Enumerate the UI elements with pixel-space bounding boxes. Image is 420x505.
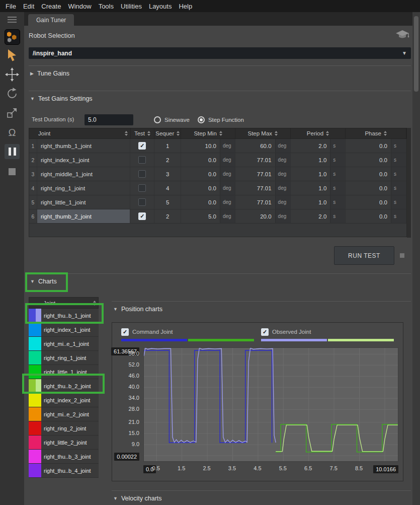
joint-name-cell[interactable]: right_middle_1_joint xyxy=(37,167,131,181)
sequence-cell[interactable]: 4 xyxy=(154,181,181,195)
step-max-cell[interactable]: 77.01deg xyxy=(235,153,291,167)
step-max-cell[interactable]: 77.01deg xyxy=(235,195,291,209)
audio-icon[interactable]: Ω xyxy=(0,126,24,139)
column-header-period[interactable]: Period xyxy=(291,128,346,138)
phase-cell[interactable]: 0.0s xyxy=(346,167,406,181)
phase-cell[interactable]: 0.0s xyxy=(346,209,406,223)
joint-list-item[interactable]: right_mi..e_1_joint xyxy=(29,337,99,351)
rotate-tool-icon[interactable] xyxy=(0,87,24,100)
table-row[interactable]: 4right_ring_1_joint40.0deg77.01deg1.0s0.… xyxy=(29,181,406,195)
menu-item-utilities[interactable]: Utilities xyxy=(117,3,145,10)
menu-item-create[interactable]: Create xyxy=(38,3,64,10)
table-row[interactable]: 1right_thumb_1_joint✓110.0deg60.0deg2.0s… xyxy=(29,139,406,153)
joint-list-item[interactable]: right_mi..e_2_joint xyxy=(29,407,99,421)
scrollbar-thumb[interactable] xyxy=(414,16,418,92)
joint-name-cell[interactable]: right_thumb_2_joint xyxy=(37,209,131,223)
menu-item-help[interactable]: Help xyxy=(175,3,196,10)
column-header-phase[interactable]: Phase xyxy=(346,128,406,138)
radio-sinewave[interactable]: Sinewave xyxy=(154,116,190,123)
joint-name-cell[interactable]: right_index_1_joint xyxy=(37,153,131,167)
radio-step-function[interactable]: Step Function xyxy=(198,116,244,123)
table-row[interactable]: 3right_middle_1_joint30.0deg77.01deg1.0s… xyxy=(29,167,406,181)
period-cell[interactable]: 2.0s xyxy=(291,139,346,153)
period-cell[interactable]: 1.0s xyxy=(291,195,346,209)
period-cell[interactable]: 2.0s xyxy=(291,209,346,223)
section-position-charts[interactable]: ▼ Position charts xyxy=(112,301,411,316)
column-header-sequer[interactable]: Sequer xyxy=(154,128,181,138)
joint-name-cell[interactable]: right_ring_1_joint xyxy=(37,181,131,195)
move-tool-icon[interactable] xyxy=(0,67,24,82)
section-charts[interactable]: ▼ Charts xyxy=(29,273,411,288)
resize-handle[interactable] xyxy=(400,253,404,258)
joint-list-item[interactable]: right_thu..b_4_joint xyxy=(29,464,99,478)
tab-gain-tuner[interactable]: Gain Tuner xyxy=(28,14,74,26)
joint-list-item[interactable]: right_ring_2_joint xyxy=(29,421,99,436)
joint-list-item[interactable]: right_little_2_joint xyxy=(29,436,99,450)
test-checkbox[interactable] xyxy=(138,156,146,164)
command-joint-checkbox[interactable]: ✓ xyxy=(121,328,129,336)
column-header-step-min[interactable]: Step Min xyxy=(181,128,235,138)
phase-cell[interactable]: 0.0s xyxy=(346,181,406,195)
test-checkbox[interactable] xyxy=(138,198,146,206)
step-max-cell[interactable]: 77.01deg xyxy=(235,181,291,195)
section-tune-gains[interactable]: ▶ Tune Gains xyxy=(29,65,411,81)
radio-button-icon[interactable] xyxy=(154,116,161,123)
test-checkbox[interactable]: ✓ xyxy=(138,212,146,220)
joint-list-item[interactable]: right_thu..b_2_joint xyxy=(29,379,99,393)
table-row[interactable]: 6right_thumb_2_joint✓25.0deg20.0deg2.0s0… xyxy=(29,209,406,224)
sequence-cell[interactable]: 1 xyxy=(154,139,181,153)
pause-icon[interactable] xyxy=(0,144,24,159)
test-checkbox[interactable]: ✓ xyxy=(138,142,146,150)
joint-list-item[interactable]: right_ring_1_joint xyxy=(29,351,99,365)
step-min-cell[interactable]: 5.0deg xyxy=(181,209,235,223)
radio-button-icon[interactable] xyxy=(198,116,205,123)
test-checkbox[interactable] xyxy=(138,184,146,192)
joint-list-item[interactable]: right_index_1_joint xyxy=(29,323,99,337)
select-tool-icon[interactable] xyxy=(0,49,24,62)
menu-item-window[interactable]: Window xyxy=(64,3,95,10)
step-max-cell[interactable]: 77.01deg xyxy=(235,167,291,181)
step-min-cell[interactable]: 10.0deg xyxy=(181,139,235,153)
period-cell[interactable]: 1.0s xyxy=(291,153,346,167)
table-row[interactable]: 2right_index_1_joint20.0deg77.01deg1.0s0… xyxy=(29,153,406,167)
run-test-button[interactable]: RUN TEST xyxy=(334,246,394,265)
menu-item-file[interactable]: File xyxy=(2,3,20,10)
sequence-cell[interactable]: 3 xyxy=(154,167,181,181)
section-velocity-charts[interactable]: ▼ Velocity charts xyxy=(112,490,411,505)
column-header-test[interactable]: Test xyxy=(131,128,155,138)
joint-list-item[interactable]: right_thu..b_1_joint xyxy=(29,309,99,323)
observed-joint-checkbox[interactable]: ✓ xyxy=(261,328,269,336)
step-max-cell[interactable]: 20.0deg xyxy=(235,209,291,223)
test-checkbox[interactable] xyxy=(138,170,146,178)
step-min-cell[interactable]: 0.0deg xyxy=(181,181,235,195)
period-cell[interactable]: 1.0s xyxy=(291,167,346,181)
period-cell[interactable]: 1.0s xyxy=(291,181,346,195)
column-header-step-max[interactable]: Step Max xyxy=(235,128,291,138)
joint-name-cell[interactable]: right_thumb_1_joint xyxy=(37,139,131,153)
phase-cell[interactable]: 0.0s xyxy=(346,195,406,209)
scrollbar-track[interactable] xyxy=(412,12,420,505)
step-min-cell[interactable]: 0.0deg xyxy=(181,153,235,167)
joint-list-header[interactable]: Joint xyxy=(29,297,99,309)
step-min-cell[interactable]: 0.0deg xyxy=(181,167,235,181)
menu-item-layouts[interactable]: Layouts xyxy=(145,3,176,10)
step-min-cell[interactable]: 0.0deg xyxy=(181,195,235,209)
menu-icon[interactable] xyxy=(0,14,24,23)
robot-asset-icon[interactable] xyxy=(0,29,24,45)
joint-list-item[interactable]: right_little_1_joint xyxy=(29,365,99,379)
phase-cell[interactable]: 0.0s xyxy=(346,153,406,167)
joint-name-cell[interactable]: right_little_1_joint xyxy=(37,195,131,209)
phase-cell[interactable]: 0.0s xyxy=(346,139,406,153)
table-row[interactable]: 5right_little_1_joint50.0deg77.01deg1.0s… xyxy=(29,195,406,209)
step-max-cell[interactable]: 60.0deg xyxy=(235,139,291,153)
sequence-cell[interactable]: 2 xyxy=(154,209,181,223)
section-test-gains-settings[interactable]: ▼ Test Gains Settings xyxy=(29,91,411,106)
sequence-cell[interactable]: 5 xyxy=(154,195,181,209)
sequence-cell[interactable]: 2 xyxy=(154,153,181,167)
joint-list-item[interactable]: right_thu..b_3_joint xyxy=(29,450,99,464)
test-duration-input[interactable] xyxy=(85,114,133,125)
scale-tool-icon[interactable] xyxy=(0,107,24,119)
stop-icon[interactable] xyxy=(0,164,24,175)
table-scrollbar[interactable] xyxy=(407,128,411,238)
joint-list-item[interactable]: right_index_2_joint xyxy=(29,393,99,407)
